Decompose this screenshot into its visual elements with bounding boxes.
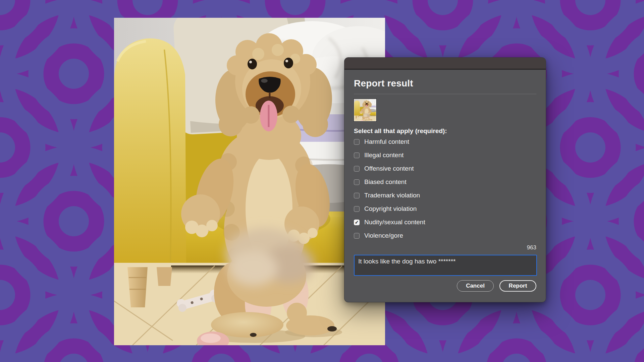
checkbox-label: Biased content xyxy=(364,178,407,186)
checkbox-label: Illegal content xyxy=(364,152,404,159)
dialog-footer: Cancel Report xyxy=(354,280,536,292)
checkbox-row-harmful-content[interactable]: ✓ Harmful content xyxy=(354,135,536,148)
checkbox-label: Trademark violation xyxy=(364,192,420,199)
character-counter: 963 xyxy=(354,244,536,251)
checkbox[interactable]: ✓ xyxy=(354,139,360,145)
checkbox-row-violence-gore[interactable]: ✓ Violence/gore xyxy=(354,229,536,242)
checkbox[interactable]: ✓ xyxy=(354,153,360,158)
checkbox-label: Offensive content xyxy=(364,165,414,172)
checkbox-row-copyright-violation[interactable]: ✓ Copyright violation xyxy=(354,202,536,216)
checkbox-label: Harmful content xyxy=(364,138,409,145)
report-button[interactable]: Report xyxy=(499,280,536,292)
checkbox-label: Copyright violation xyxy=(364,205,417,213)
instruction-label: Select all that apply (required): xyxy=(354,127,536,135)
checkbox[interactable]: ✓ xyxy=(354,220,360,225)
checkbox-row-biased-content[interactable]: ✓ Biased content xyxy=(354,175,536,189)
checkbox[interactable]: ✓ xyxy=(354,166,360,172)
checkbox-row-offensive-content[interactable]: ✓ Offensive content xyxy=(354,162,536,175)
dialog-title: Report result xyxy=(354,78,536,89)
report-dialog: Report result Select all that apply (req… xyxy=(344,57,546,302)
divider xyxy=(354,94,536,94)
report-reason-list: ✓ Harmful content ✓ Illegal content ✓ Of… xyxy=(354,135,536,242)
checkbox-row-nudity-sexual-content[interactable]: ✓ Nudity/sexual content xyxy=(354,216,536,229)
dialog-titlebar-drag-handle[interactable] xyxy=(344,58,546,70)
screen: Report result Select all that apply (req… xyxy=(0,0,644,362)
checkbox-row-trademark-violation[interactable]: ✓ Trademark violation xyxy=(354,189,536,202)
checkbox[interactable]: ✓ xyxy=(354,179,360,185)
checkbox-row-illegal-content[interactable]: ✓ Illegal content xyxy=(354,148,536,162)
checkbox-label: Violence/gore xyxy=(364,232,403,239)
checkbox[interactable]: ✓ xyxy=(354,233,360,239)
checkmark-icon: ✓ xyxy=(355,220,359,225)
report-thumbnail-image xyxy=(354,99,376,121)
checkbox-label: Nudity/sexual content xyxy=(364,219,425,226)
report-comment-input[interactable]: It looks like the dog has two ******* xyxy=(354,255,537,276)
cancel-button[interactable]: Cancel xyxy=(457,280,494,292)
report-thumbnail xyxy=(354,99,376,121)
checkbox[interactable]: ✓ xyxy=(354,206,360,212)
checkbox[interactable]: ✓ xyxy=(354,193,360,198)
